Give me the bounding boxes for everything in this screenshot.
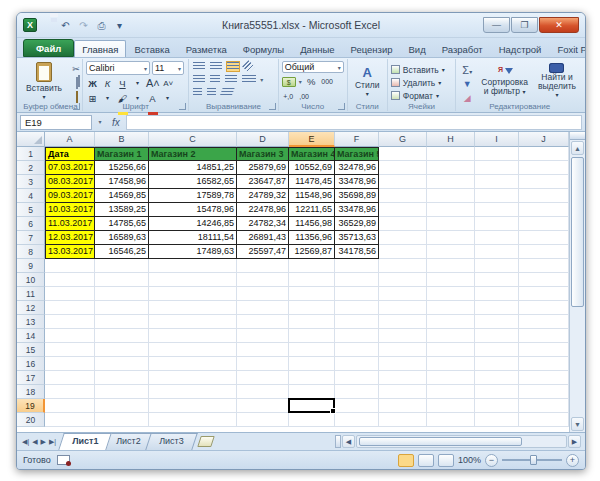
- comma-style-button[interactable]: 000: [321, 75, 334, 88]
- grid-cell-I2[interactable]: [475, 161, 519, 175]
- sheet-tab-1[interactable]: Лист1: [58, 433, 112, 450]
- grid-cell-G5[interactable]: [379, 203, 427, 217]
- page-layout-view-icon[interactable]: [418, 454, 434, 467]
- grid-cell-B17[interactable]: [95, 371, 149, 385]
- grid-cell-A9[interactable]: [45, 259, 95, 273]
- grid-cell-I17[interactable]: [475, 371, 519, 385]
- zoom-in-icon[interactable]: +: [566, 454, 579, 467]
- align-top-icon[interactable]: [193, 62, 205, 71]
- cut-icon[interactable]: ✂: [68, 63, 84, 76]
- percent-style-button[interactable]: %: [305, 75, 318, 88]
- number-format-combo[interactable]: Общий▾: [282, 61, 344, 73]
- grid-cell-B9[interactable]: [95, 259, 149, 273]
- merge-dropdown-icon[interactable]: ▾: [260, 76, 263, 83]
- grid-cell-G6[interactable]: [379, 217, 427, 231]
- zoom-out-icon[interactable]: −: [485, 454, 498, 467]
- grid-cell-G13[interactable]: [379, 315, 427, 329]
- grid-cell-B12[interactable]: [95, 301, 149, 315]
- grid-cell-H14[interactable]: [427, 329, 475, 343]
- grid-cell-C11[interactable]: [149, 287, 237, 301]
- grid-cell-D20[interactable]: [237, 413, 289, 427]
- row-header-12[interactable]: 12: [17, 301, 45, 315]
- formula-input[interactable]: [126, 115, 582, 130]
- grid-cell-C1[interactable]: Магазин 2: [149, 147, 237, 161]
- grid-cell-B19[interactable]: [95, 399, 149, 413]
- grid-cell-C18[interactable]: [149, 385, 237, 399]
- grid-cell-D7[interactable]: 26891,43: [237, 231, 289, 245]
- grid-cell-I6[interactable]: [475, 217, 519, 231]
- grid-cell-E10[interactable]: [289, 273, 335, 287]
- grid-cell-C2[interactable]: 14851,25: [149, 161, 237, 175]
- grid-cell-I14[interactable]: [475, 329, 519, 343]
- grid-cell-A2[interactable]: 07.03.2017: [45, 161, 95, 175]
- grid-cell-F3[interactable]: 33478,96: [335, 175, 379, 189]
- grid-cell-C13[interactable]: [149, 315, 237, 329]
- row-header-10[interactable]: 10: [17, 273, 45, 287]
- grid-cell-C6[interactable]: 14246,85: [149, 217, 237, 231]
- row-header-16[interactable]: 16: [17, 357, 45, 371]
- tab-addins[interactable]: Надстрой: [491, 40, 550, 57]
- tab-view[interactable]: Вид: [401, 40, 434, 57]
- grid-cell-F7[interactable]: 35713,63: [335, 231, 379, 245]
- scroll-up-icon[interactable]: ▲: [571, 141, 584, 155]
- grid-cell-H20[interactable]: [427, 413, 475, 427]
- grid-cell-J20[interactable]: [519, 413, 569, 427]
- scroll-down-icon[interactable]: ▼: [571, 417, 584, 431]
- row-header-8[interactable]: 8: [17, 245, 45, 259]
- tab-insert[interactable]: Вставка: [126, 40, 177, 57]
- grid-cell-I11[interactable]: [475, 287, 519, 301]
- grid-cell-J18[interactable]: [519, 385, 569, 399]
- font-family-combo[interactable]: Calibri▾: [86, 61, 150, 75]
- name-box[interactable]: E19: [20, 115, 92, 130]
- horizontal-scroll-thumb[interactable]: [359, 437, 522, 446]
- next-sheet-icon[interactable]: ▶: [40, 438, 47, 446]
- grid-cell-H17[interactable]: [427, 371, 475, 385]
- grid-cell-G4[interactable]: [379, 189, 427, 203]
- grid-cell-E5[interactable]: 12211,65: [289, 203, 335, 217]
- horizontal-scroll-track[interactable]: [356, 435, 567, 448]
- grid-cell-B2[interactable]: 15256,66: [95, 161, 149, 175]
- number-dialog-launcher[interactable]: [338, 103, 345, 110]
- grid-cell-I3[interactable]: [475, 175, 519, 189]
- grid-cell-D10[interactable]: [237, 273, 289, 287]
- insert-cells-button[interactable]: Вставить▾: [391, 64, 445, 75]
- grid-cell-F15[interactable]: [335, 343, 379, 357]
- tab-file[interactable]: Файл: [23, 39, 74, 57]
- grid-cell-B7[interactable]: 16589,63: [95, 231, 149, 245]
- grid-cell-J14[interactable]: [519, 329, 569, 343]
- row-header-9[interactable]: 9: [17, 259, 45, 273]
- currency-dropdown-icon[interactable]: ▾: [299, 78, 302, 85]
- grid-cell-G15[interactable]: [379, 343, 427, 357]
- row-header-20[interactable]: 20: [17, 413, 45, 427]
- grid-cell-B4[interactable]: 14569,85: [95, 189, 149, 203]
- grid-cell-J4[interactable]: [519, 189, 569, 203]
- grid-cell-A12[interactable]: [45, 301, 95, 315]
- active-cell-selection[interactable]: [288, 398, 335, 413]
- grid-cell-B10[interactable]: [95, 273, 149, 287]
- vertical-split-handle[interactable]: [570, 132, 585, 140]
- grid-cell-B8[interactable]: 16546,25: [95, 245, 149, 259]
- grid-cell-J19[interactable]: [519, 399, 569, 413]
- grid-cell-D6[interactable]: 24782,34: [237, 217, 289, 231]
- grid-cell-H10[interactable]: [427, 273, 475, 287]
- grid-cell-H19[interactable]: [427, 399, 475, 413]
- tab-data[interactable]: Данные: [292, 40, 342, 57]
- grid-cell-E12[interactable]: [289, 301, 335, 315]
- grid-cell-H15[interactable]: [427, 343, 475, 357]
- scroll-right-icon[interactable]: ▶: [568, 435, 581, 448]
- normal-view-icon[interactable]: [398, 454, 414, 467]
- grid-cell-A15[interactable]: [45, 343, 95, 357]
- align-middle-icon[interactable]: [210, 62, 222, 71]
- grid-cell-C20[interactable]: [149, 413, 237, 427]
- grid-cell-C15[interactable]: [149, 343, 237, 357]
- row-header-13[interactable]: 13: [17, 315, 45, 329]
- grid-cell-G18[interactable]: [379, 385, 427, 399]
- grid-cell-I20[interactable]: [475, 413, 519, 427]
- grid-cell-G17[interactable]: [379, 371, 427, 385]
- grid-cell-A1[interactable]: Дата: [45, 147, 95, 161]
- grid-cell-B6[interactable]: 14785,65: [95, 217, 149, 231]
- first-sheet-icon[interactable]: ◀|: [21, 438, 30, 446]
- grid-cell-A6[interactable]: 11.03.2017: [45, 217, 95, 231]
- page-break-view-icon[interactable]: [438, 454, 454, 467]
- grid-cell-F12[interactable]: [335, 301, 379, 315]
